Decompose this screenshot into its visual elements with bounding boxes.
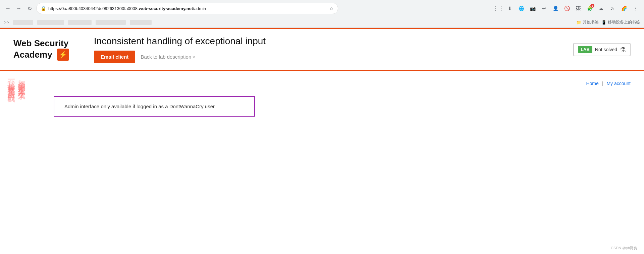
- screenshot-icon[interactable]: 📷: [528, 4, 537, 13]
- profile-icon-1[interactable]: 👤: [551, 4, 560, 13]
- history-icon[interactable]: ↩: [539, 4, 549, 13]
- bookmark-mobile[interactable]: 📱 移动设备上的书签: [601, 19, 640, 25]
- bookmark-4[interactable]: [96, 20, 126, 25]
- csdn-footer: CSDN @yh野良: [611, 246, 637, 251]
- home-link[interactable]: Home: [586, 81, 598, 86]
- lab-actions: Email client Back to lab description »: [94, 51, 560, 63]
- flask-icon: ⚗: [620, 46, 626, 54]
- browser-toolbar: ← → ↻ 🔒 https://0aa800b40340442dc0926313…: [0, 0, 644, 17]
- logo-icon: ⚡: [57, 49, 69, 61]
- watermark-col-1: 我一抬头就看见了当时的我: [7, 74, 15, 90]
- menu-icon[interactable]: ⋮: [631, 4, 640, 13]
- browser-chrome: ← → ↻ 🔒 https://0aa800b40340442dc0926313…: [0, 0, 644, 28]
- address-bar[interactable]: 🔒 https://0aa800b40340442dc092631300fa00…: [36, 3, 338, 14]
- admin-message-box: Admin interface only available if logged…: [54, 96, 255, 117]
- main-content: 我一抬头就看见了当时的我 想念你都那么久那么久了 Home | My accou…: [0, 71, 644, 127]
- lab-title: Inconsistent handling of exceptional inp…: [94, 36, 560, 47]
- js-icon[interactable]: J↑: [608, 4, 617, 13]
- profile-icon-3[interactable]: 🖼: [574, 4, 583, 13]
- lab-header: Web Security Academy ⚡ Inconsistent hand…: [0, 29, 644, 70]
- forward-button[interactable]: →: [15, 4, 23, 12]
- globe-icon[interactable]: 🌐: [517, 4, 526, 13]
- logo-area: Web Security Academy ⚡: [13, 38, 80, 61]
- sync-icon[interactable]: ☁: [596, 4, 606, 13]
- not-solved-label: Not solved: [595, 47, 617, 52]
- bookmarks-bar: >> 📁 其他书签 📱 移动设备上的书签: [0, 17, 644, 27]
- url-display: https://0aa800b40340442dc092631300fa0008…: [48, 6, 327, 11]
- profile-icon-2[interactable]: 🚫: [562, 4, 572, 13]
- avatar-icon[interactable]: 🌈: [619, 4, 629, 13]
- email-client-button[interactable]: Email client: [94, 51, 135, 63]
- lab-info: Inconsistent handling of exceptional inp…: [94, 36, 560, 63]
- bookmark-other-devices[interactable]: 📁 其他书签: [576, 19, 599, 25]
- nav-separator: |: [602, 81, 603, 86]
- lab-badge: LAB: [578, 46, 592, 53]
- watermark-col-2: 想念你都那么久那么久了: [17, 74, 25, 90]
- mobile-icon: 📱: [601, 20, 606, 25]
- download-icon[interactable]: ⬇: [505, 4, 515, 13]
- nav-links: Home | My account: [13, 81, 631, 86]
- admin-message-text: Admin interface only available if logged…: [64, 104, 215, 109]
- bookmarks-more[interactable]: >>: [4, 20, 9, 25]
- extensions-icon[interactable]: ⋮⋮: [494, 4, 503, 13]
- extensions-badge[interactable]: 🧩 1: [585, 4, 594, 13]
- back-to-lab-link[interactable]: Back to lab description »: [141, 54, 195, 60]
- bookmark-right-links: 📁 其他书签 📱 移动设备上的书签: [576, 19, 640, 25]
- my-account-link[interactable]: My account: [606, 81, 631, 86]
- bookmark-1[interactable]: [13, 20, 33, 25]
- bookmark-3[interactable]: [68, 20, 92, 25]
- watermark: 我一抬头就看见了当时的我 想念你都那么久那么久了: [7, 74, 26, 90]
- bookmark-2[interactable]: [37, 20, 64, 25]
- lab-status-box: LAB Not solved ⚗: [573, 43, 631, 56]
- star-icon: ☆: [329, 6, 334, 11]
- logo-text: Web Security Academy ⚡: [13, 38, 69, 61]
- back-button[interactable]: ←: [4, 4, 12, 12]
- security-icon: 🔒: [41, 6, 46, 11]
- folder-icon: 📁: [576, 20, 581, 25]
- reload-button[interactable]: ↻: [25, 4, 34, 12]
- browser-icons: ⋮⋮ ⬇ 🌐 📷 ↩ 👤 🚫 🖼 🧩 1 ☁ J↑ 🌈 ⋮: [494, 4, 640, 13]
- bookmark-5[interactable]: [130, 20, 152, 25]
